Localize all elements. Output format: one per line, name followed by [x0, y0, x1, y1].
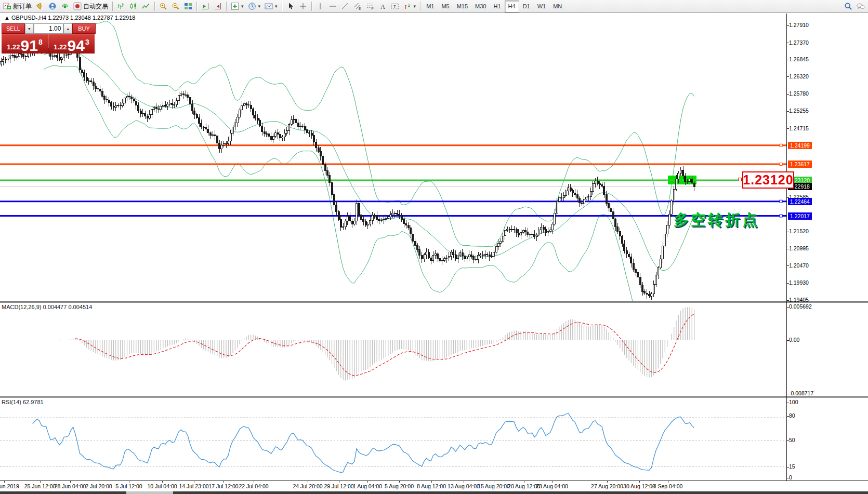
sell-price[interactable]: 1.22 91 8 — [2, 34, 48, 54]
rsi-pane — [0, 413, 786, 473]
date-label: 25 Jun 12:00 — [24, 483, 56, 489]
date-label: 5 Jul 12:00 — [115, 483, 142, 489]
cursor-icon — [286, 2, 295, 10]
axis-label: 100 — [789, 399, 798, 405]
autotrading-button[interactable]: 自动交易 — [71, 1, 110, 12]
date-label: 24 Jul 20:00 — [293, 483, 322, 489]
periods-button[interactable]: ▾ — [246, 1, 263, 12]
price-level-callout[interactable]: 1.23120 — [742, 171, 794, 189]
zoom-out-icon — [172, 2, 180, 10]
channel-icon: E — [353, 2, 362, 10]
zoom-in-button[interactable] — [157, 1, 169, 12]
auto-scroll-button[interactable] — [212, 1, 224, 12]
autoscroll-icon — [214, 2, 222, 10]
level-lines — [0, 144, 786, 217]
tile-windows-icon — [184, 2, 192, 10]
text-label-button[interactable]: T — [389, 1, 401, 12]
arrows-button[interactable]: ▾ — [401, 1, 418, 12]
buy-button[interactable]: BUY — [72, 23, 96, 34]
timeframe-h4-button[interactable]: H4 — [505, 1, 519, 12]
axis-label: 1.25255 — [789, 108, 809, 114]
candlestick-chart-button[interactable] — [127, 1, 140, 12]
text-button[interactable]: A — [376, 1, 389, 12]
timeframe-m5-button[interactable]: M5 — [438, 1, 453, 12]
timeframe-d1-button[interactable]: D1 — [519, 1, 534, 12]
signals-button[interactable] — [59, 1, 71, 12]
new-order-button[interactable]: 新订单 — [1, 1, 34, 12]
community-button[interactable] — [46, 1, 59, 12]
zoom-in-icon — [159, 2, 167, 10]
chart-ohlc-text: GBPUSD-,H4 1.22973 1.23048 1.22787 1.229… — [11, 15, 136, 21]
crosshair-button[interactable] — [297, 1, 309, 12]
news-icon — [36, 2, 44, 10]
label-icon: T — [391, 2, 399, 10]
community-icon — [48, 2, 57, 10]
sell-price-prefix: 1.22 — [7, 43, 20, 51]
buy-price[interactable]: 1.22 94 3 — [48, 34, 95, 54]
buy-price-main: 94 — [68, 39, 85, 52]
autotrade-icon — [73, 2, 82, 10]
axis-label: 1.24715 — [789, 125, 809, 131]
fibonacci-button[interactable]: F — [364, 1, 376, 12]
search-button[interactable] — [842, 1, 854, 12]
news-button[interactable] — [34, 1, 46, 12]
macd-signal-line — [75, 314, 694, 376]
date-label: 10 Jul 04:00 — [147, 483, 177, 489]
axis-label: 1.26845 — [789, 56, 809, 62]
autotrading-button-label: 自动交易 — [83, 2, 108, 11]
timeframe-mn-button[interactable]: MN — [549, 1, 565, 12]
chart-shift-button[interactable] — [199, 1, 212, 12]
date-label: 13 Aug 04:00 — [448, 483, 480, 489]
arrows-icon — [403, 2, 412, 10]
trendline-button[interactable] — [339, 1, 351, 12]
axis-label: 0.00 — [789, 337, 799, 343]
zoom-out-button[interactable] — [169, 1, 182, 12]
fibo-icon: F — [366, 2, 374, 10]
rsi-header: RSI(14) 62.9781 — [2, 399, 44, 405]
date-label: 22 Jul 04:00 — [239, 483, 268, 489]
horizontal-line-button[interactable] — [326, 1, 339, 12]
timeframe-m15-button[interactable]: M15 — [453, 1, 471, 12]
chart-note-text[interactable]: 多空转折点 — [674, 210, 759, 231]
axis-label: 1.27910 — [789, 22, 809, 28]
timeframe-w1-button[interactable]: W1 — [534, 1, 550, 12]
volume-decrease-button[interactable]: ▾ — [25, 23, 34, 34]
axis-label: 1.22464 — [788, 198, 812, 205]
tile-windows-button[interactable] — [182, 1, 194, 12]
vertical-line-button[interactable] — [314, 1, 326, 12]
svg-text:E: E — [359, 7, 361, 10]
date-label: 17 Jul 12:00 — [208, 483, 238, 489]
cursor-button[interactable] — [284, 1, 297, 12]
timeframe-m30-button[interactable]: M30 — [471, 1, 490, 12]
chart-canvas[interactable] — [0, 0, 868, 494]
date-label: 20 Jun 2019 — [0, 483, 19, 489]
axis-label: 0.005692 — [789, 303, 812, 310]
axis-label: 1.27370 — [789, 39, 809, 46]
bar-chart-button[interactable] — [115, 1, 127, 12]
new-order-icon — [3, 2, 11, 10]
toolbar-separator — [154, 2, 155, 11]
template-icon — [265, 2, 273, 10]
chat-button[interactable] — [854, 1, 867, 12]
periods-icon — [248, 2, 256, 10]
volume-input[interactable]: 1.00 — [34, 23, 64, 34]
equidistant-channel-button[interactable]: E — [351, 1, 364, 12]
indicators-button[interactable]: ▾ — [229, 1, 246, 12]
axis-label: -0.008717 — [789, 390, 813, 396]
volume-increase-button[interactable]: ▴ — [63, 23, 72, 34]
date-label: 5 Aug 20:00 — [385, 483, 414, 489]
line-chart-button[interactable] — [140, 1, 152, 12]
date-label: 23 Aug 04:00 — [536, 483, 568, 489]
toolbar-separator — [196, 2, 197, 11]
sell-price-pip: 8 — [38, 38, 43, 46]
axis-label: 0 — [789, 474, 792, 480]
templates-button[interactable]: ▾ — [262, 1, 280, 12]
sell-button[interactable]: SELL — [2, 23, 25, 34]
timeframe-h1-button[interactable]: H1 — [490, 1, 505, 12]
timeframe-m1-button[interactable]: M1 — [423, 1, 438, 12]
chevron-down-icon: ▾ — [414, 4, 416, 9]
date-label: 29 Jul 12:00 — [324, 483, 353, 489]
axis-label: 1.20995 — [789, 245, 809, 251]
svg-text:T: T — [393, 4, 396, 9]
axis-label: 1.21520 — [789, 228, 809, 234]
